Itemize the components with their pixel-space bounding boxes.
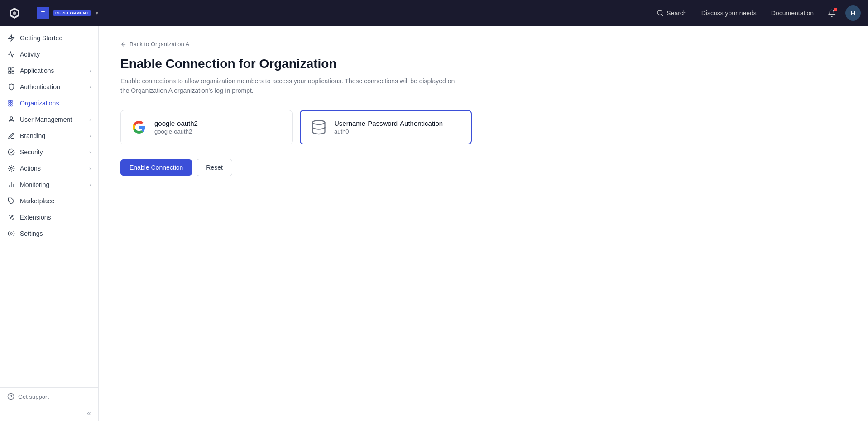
connection-sub: google-oauth2 bbox=[154, 128, 198, 135]
user-avatar[interactable]: H bbox=[845, 5, 861, 21]
svg-rect-4 bbox=[9, 71, 11, 73]
connection-name: google-oauth2 bbox=[154, 120, 198, 127]
sidebar-footer: Get support bbox=[0, 387, 98, 406]
notifications-button[interactable] bbox=[824, 5, 840, 21]
svg-point-12 bbox=[10, 167, 12, 169]
sidebar-item-label: Organizations bbox=[20, 100, 59, 107]
sidebar-item-organizations[interactable]: Organizations bbox=[0, 95, 98, 111]
notification-badge bbox=[834, 8, 837, 11]
connection-card-username-password[interactable]: Username-Password-Authentication auth0 bbox=[300, 110, 472, 144]
chevron-right-icon: › bbox=[89, 182, 91, 187]
building-icon bbox=[7, 99, 15, 107]
sidebar-item-activity[interactable]: Activity bbox=[0, 46, 98, 62]
back-link[interactable]: Back to Organization A bbox=[120, 41, 620, 48]
sidebar-item-branding[interactable]: Branding › bbox=[0, 128, 98, 144]
bolt-icon bbox=[7, 34, 15, 42]
grid-icon bbox=[7, 67, 15, 75]
tenant-badge: DEVELOPMENT bbox=[53, 10, 91, 16]
svg-rect-5 bbox=[9, 100, 10, 102]
search-label: Search bbox=[667, 10, 686, 17]
svg-point-19 bbox=[10, 233, 12, 234]
main-content: Back to Organization A Enable Connection… bbox=[99, 26, 868, 421]
chevron-right-icon: › bbox=[89, 84, 91, 90]
lightning-icon bbox=[7, 164, 15, 172]
top-navigation: T DEVELOPMENT ▾ Search Discuss your need… bbox=[0, 0, 868, 26]
plug-icon bbox=[7, 213, 15, 221]
chevron-right-icon: › bbox=[89, 133, 91, 139]
sidebar-item-security[interactable]: Security › bbox=[0, 144, 98, 160]
connection-card-google[interactable]: google-oauth2 google-oauth2 bbox=[120, 110, 293, 144]
sidebar-item-label: Getting Started bbox=[20, 34, 62, 42]
svg-rect-10 bbox=[11, 105, 12, 106]
connection-sub: auth0 bbox=[334, 128, 443, 135]
sidebar-item-monitoring[interactable]: Monitoring › bbox=[0, 177, 98, 193]
sidebar-collapse-button[interactable]: « bbox=[0, 406, 98, 421]
svg-rect-3 bbox=[12, 71, 14, 73]
actions-row: Enable Connection Reset bbox=[120, 159, 620, 176]
google-icon bbox=[130, 118, 148, 136]
page-description: Enable connections to allow organization… bbox=[120, 77, 465, 96]
connection-name: Username-Password-Authentication bbox=[334, 120, 443, 127]
sidebar-item-label: Authentication bbox=[20, 83, 60, 91]
cog-icon bbox=[7, 230, 15, 238]
support-label: Get support bbox=[18, 393, 49, 400]
chevron-right-icon: › bbox=[89, 68, 91, 73]
discuss-button[interactable]: Discuss your needs bbox=[697, 7, 761, 19]
search-icon bbox=[657, 10, 664, 17]
sidebar-item-user-management[interactable]: User Management › bbox=[0, 111, 98, 128]
sidebar: Getting Started Activity Appli bbox=[0, 26, 99, 421]
enable-connection-button[interactable]: Enable Connection bbox=[120, 159, 192, 176]
svg-point-23 bbox=[313, 120, 325, 124]
puzzle-icon bbox=[7, 197, 15, 205]
sidebar-item-label: Monitoring bbox=[20, 181, 49, 188]
connections-grid: google-oauth2 google-oauth2 Usern bbox=[120, 110, 620, 144]
sidebar-item-getting-started[interactable]: Getting Started bbox=[0, 30, 98, 46]
svg-rect-2 bbox=[12, 68, 14, 70]
arrow-left-icon bbox=[120, 41, 127, 48]
svg-point-0 bbox=[657, 10, 662, 15]
svg-rect-7 bbox=[9, 103, 10, 104]
sidebar-item-authentication[interactable]: Authentication › bbox=[0, 79, 98, 95]
search-button[interactable]: Search bbox=[652, 7, 691, 19]
pencil-icon bbox=[7, 132, 15, 140]
chevron-right-icon: › bbox=[89, 117, 91, 122]
logo bbox=[7, 6, 22, 20]
sidebar-item-applications[interactable]: Applications › bbox=[0, 62, 98, 79]
sidebar-item-label: Applications bbox=[20, 67, 54, 74]
page-title: Enable Connection for Organization bbox=[120, 57, 620, 71]
tenant-avatar: T bbox=[37, 7, 49, 19]
sidebar-item-label: Settings bbox=[20, 230, 43, 237]
sidebar-item-label: Security bbox=[20, 148, 43, 156]
sidebar-item-extensions[interactable]: Extensions bbox=[0, 209, 98, 225]
sidebar-item-actions[interactable]: Actions › bbox=[0, 160, 98, 177]
sidebar-item-label: Activity bbox=[20, 51, 40, 58]
svg-rect-9 bbox=[9, 105, 10, 106]
support-icon bbox=[7, 393, 14, 400]
sidebar-item-label: User Management bbox=[20, 116, 72, 123]
tenant-chevron-icon: ▾ bbox=[96, 10, 98, 16]
sidebar-navigation: Getting Started Activity Appli bbox=[0, 26, 98, 387]
svg-point-11 bbox=[10, 117, 12, 119]
sidebar-item-label: Extensions bbox=[20, 214, 51, 221]
sidebar-item-label: Branding bbox=[20, 132, 45, 139]
svg-rect-8 bbox=[11, 103, 12, 104]
tenant-selector[interactable]: T DEVELOPMENT ▾ bbox=[37, 7, 98, 19]
chevron-right-icon: › bbox=[89, 166, 91, 171]
sidebar-item-marketplace[interactable]: Marketplace bbox=[0, 193, 98, 209]
bar-chart-icon bbox=[7, 181, 15, 189]
database-icon bbox=[310, 118, 328, 136]
svg-rect-6 bbox=[11, 100, 12, 102]
get-support-button[interactable]: Get support bbox=[7, 393, 91, 400]
chevron-right-icon: › bbox=[89, 149, 91, 155]
chart-line-icon bbox=[7, 50, 15, 58]
nav-divider bbox=[29, 8, 29, 19]
sidebar-item-label: Marketplace bbox=[20, 197, 54, 205]
user-icon bbox=[7, 115, 15, 124]
svg-rect-1 bbox=[9, 68, 11, 70]
sidebar-item-label: Actions bbox=[20, 165, 41, 172]
sidebar-item-settings[interactable]: Settings bbox=[0, 225, 98, 242]
shield-icon bbox=[7, 83, 15, 91]
docs-button[interactable]: Documentation bbox=[767, 7, 818, 19]
reset-button[interactable]: Reset bbox=[197, 159, 232, 176]
docs-label: Documentation bbox=[771, 10, 814, 17]
